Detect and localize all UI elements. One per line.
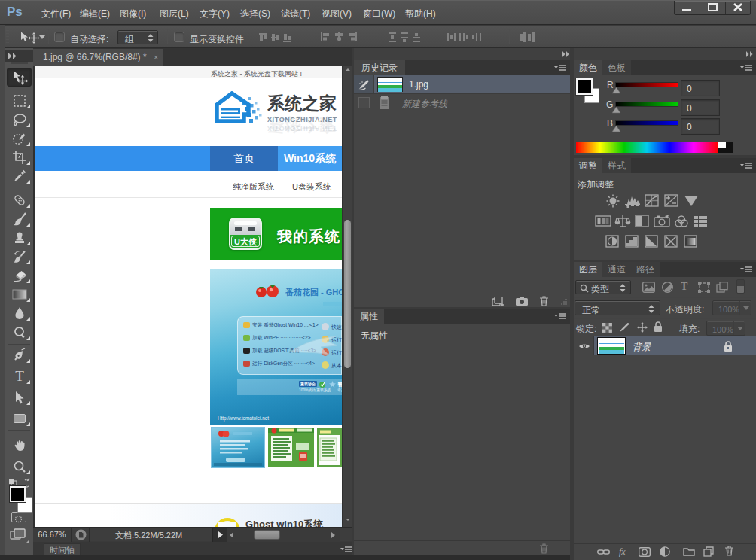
svg-text:T: T: [15, 370, 24, 383]
